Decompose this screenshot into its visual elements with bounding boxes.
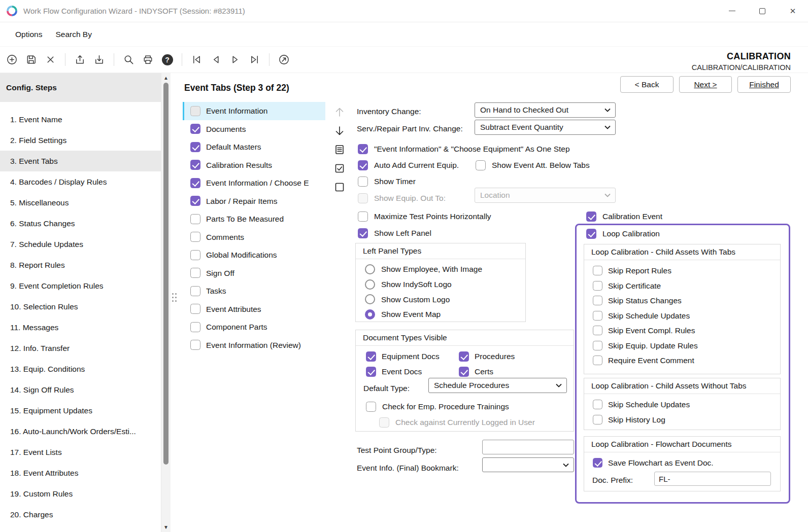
menu-options[interactable]: Options xyxy=(15,30,42,39)
event-tab-checkbox[interactable] xyxy=(190,214,200,224)
event-tab-checkbox[interactable] xyxy=(190,322,200,332)
scroll-up-icon[interactable]: ▲ xyxy=(161,75,171,81)
loop-option-row[interactable]: Skip Schedule Updates xyxy=(593,308,780,324)
option-show-equip-out[interactable]: Show Equip. Out To: xyxy=(358,193,446,203)
config-step-item[interactable]: 10. Selection Rules xyxy=(0,296,161,317)
check-emp-trainings-checkbox[interactable] xyxy=(366,402,376,412)
show-event-att-checkbox[interactable] xyxy=(476,160,486,170)
maximize-button[interactable] xyxy=(747,0,778,22)
close-button[interactable]: ✕ xyxy=(778,0,808,22)
test-point-input[interactable] xyxy=(482,440,574,454)
option-one-step[interactable]: "Event Information" & "Choose Equipment"… xyxy=(358,144,570,154)
nav-first-button[interactable] xyxy=(190,53,204,66)
option-maximize-test-points[interactable]: Maximize Test Points Horizontally xyxy=(358,211,491,222)
save-flowchart-checkbox[interactable] xyxy=(593,458,602,468)
event-tab-checkbox[interactable] xyxy=(190,286,200,296)
event-tab-checkbox[interactable] xyxy=(190,196,200,206)
loop-option-row[interactable]: Require Event Comment xyxy=(593,353,780,368)
config-step-item[interactable]: 7. Schedule Updates xyxy=(0,234,161,255)
event-tab-row[interactable]: Comments xyxy=(183,228,325,246)
export-button[interactable] xyxy=(73,53,87,66)
sidebar-scrollbar[interactable]: ▲ ▼ xyxy=(161,73,171,532)
left-panel-type-radio[interactable] xyxy=(365,264,375,274)
next-button[interactable]: Next > xyxy=(679,76,732,93)
maximize-test-points-checkbox[interactable] xyxy=(358,211,368,222)
option-show-timer[interactable]: Show Timer xyxy=(358,176,416,187)
navigate-button[interactable] xyxy=(277,53,291,66)
import-button[interactable] xyxy=(92,53,106,66)
loop-option-checkbox[interactable] xyxy=(593,341,602,350)
loop-option-checkbox[interactable] xyxy=(593,296,602,305)
left-panel-type-option[interactable]: Show Event Map xyxy=(365,307,525,322)
loop-option-row[interactable]: Skip Event Compl. Rules xyxy=(593,323,780,338)
event-tab-row[interactable]: Tasks xyxy=(183,282,325,300)
scrollbar-thumb[interactable] xyxy=(163,83,169,465)
config-step-item[interactable]: 15. Equipment Updates xyxy=(0,400,161,421)
config-step-item[interactable]: 18. Event Attributes xyxy=(0,463,161,483)
option-loop-calibration[interactable]: Loop Calibration xyxy=(586,228,660,239)
config-step-item[interactable]: 9. Event Completion Rules xyxy=(0,275,161,296)
left-panel-type-option[interactable]: Show IndySoft Logo xyxy=(365,277,525,292)
nav-previous-button[interactable] xyxy=(209,53,223,66)
calibration-event-checkbox[interactable] xyxy=(586,211,596,222)
option-auto-add[interactable]: Auto Add Current Equip. xyxy=(358,160,459,170)
nav-next-button[interactable] xyxy=(228,53,242,66)
loop-option-checkbox[interactable] xyxy=(593,326,602,335)
search-button[interactable] xyxy=(122,53,136,66)
doc-type-checkbox[interactable] xyxy=(459,351,469,362)
print-button[interactable] xyxy=(141,53,155,66)
save-button[interactable] xyxy=(24,53,38,66)
config-step-item[interactable]: 1. Event Name xyxy=(0,109,161,130)
config-step-item[interactable]: 12. Info. Transfer xyxy=(0,338,161,359)
event-tab-checkbox[interactable] xyxy=(190,142,200,152)
doc-prefix-input[interactable] xyxy=(654,472,771,486)
loop-calibration-checkbox[interactable] xyxy=(586,229,596,239)
tab-details-button[interactable] xyxy=(332,143,346,156)
back-button[interactable]: < Back xyxy=(620,76,674,93)
event-tab-row[interactable]: Component Parts xyxy=(183,318,325,336)
nav-last-button[interactable] xyxy=(248,53,261,66)
event-tab-checkbox[interactable] xyxy=(190,304,200,314)
event-tab-row[interactable]: Calibration Results xyxy=(183,156,325,174)
scroll-down-icon[interactable]: ▼ xyxy=(161,524,171,530)
event-tab-row[interactable]: Global Modifications xyxy=(183,246,325,264)
delete-button[interactable] xyxy=(44,53,57,66)
event-tab-row[interactable]: Documents xyxy=(183,120,325,138)
menu-search-by[interactable]: Search By xyxy=(55,30,92,39)
doc-type-checkbox[interactable] xyxy=(366,351,376,362)
move-down-button[interactable] xyxy=(332,124,346,137)
left-panel-type-radio[interactable] xyxy=(365,309,375,320)
loop-option-row[interactable]: Skip Equip. Update Rules xyxy=(593,338,780,353)
doc-type-option[interactable]: Event Docs xyxy=(366,366,459,377)
loop-option-checkbox[interactable] xyxy=(593,356,602,365)
config-step-item[interactable]: 17. Event Lists xyxy=(0,442,161,463)
loop-option-row[interactable]: Skip Status Changes xyxy=(593,293,780,308)
inventory-change-select[interactable]: On Hand to Checked Out xyxy=(475,102,616,118)
left-panel-type-option[interactable]: Show Custom Logo xyxy=(365,292,525,307)
event-tab-checkbox[interactable] xyxy=(190,232,200,242)
config-step-item[interactable]: 6. Status Changes xyxy=(0,213,161,234)
config-step-item[interactable]: 14. Sign Off Rules xyxy=(0,379,161,400)
event-tab-row[interactable]: Event Information xyxy=(183,102,325,120)
doc-type-option[interactable]: Equipment Docs xyxy=(366,351,459,362)
serv-repair-select[interactable]: Subtract Event Quantity xyxy=(475,120,616,135)
loop-option-row[interactable]: Skip Certificate xyxy=(593,278,780,294)
loop-option-checkbox[interactable] xyxy=(593,400,602,409)
event-tab-row[interactable]: Parts To Be Measured xyxy=(183,210,325,228)
event-tab-row[interactable]: Event Attributes xyxy=(183,300,325,318)
config-step-item[interactable]: 20. Charges xyxy=(0,504,161,525)
help-button[interactable] xyxy=(160,53,174,66)
event-tab-checkbox[interactable] xyxy=(190,106,200,116)
loop-option-row[interactable]: Skip History Log xyxy=(593,412,780,428)
minimize-button[interactable] xyxy=(717,0,747,22)
config-step-item[interactable]: 3. Event Tabs xyxy=(0,151,161,171)
loop-option-checkbox[interactable] xyxy=(593,266,602,275)
move-up-button[interactable] xyxy=(332,105,346,119)
event-tab-row[interactable]: Event Information / Choose E xyxy=(183,174,325,192)
option-save-flowchart[interactable]: Save Flowchart as Event Doc. xyxy=(593,457,714,468)
loop-option-checkbox[interactable] xyxy=(593,311,602,321)
default-type-select[interactable]: Schedule Procedures xyxy=(428,378,567,393)
event-tab-row[interactable]: Default Masters xyxy=(183,138,325,156)
event-tab-checkbox[interactable] xyxy=(190,250,200,260)
event-tab-checkbox[interactable] xyxy=(190,160,200,170)
